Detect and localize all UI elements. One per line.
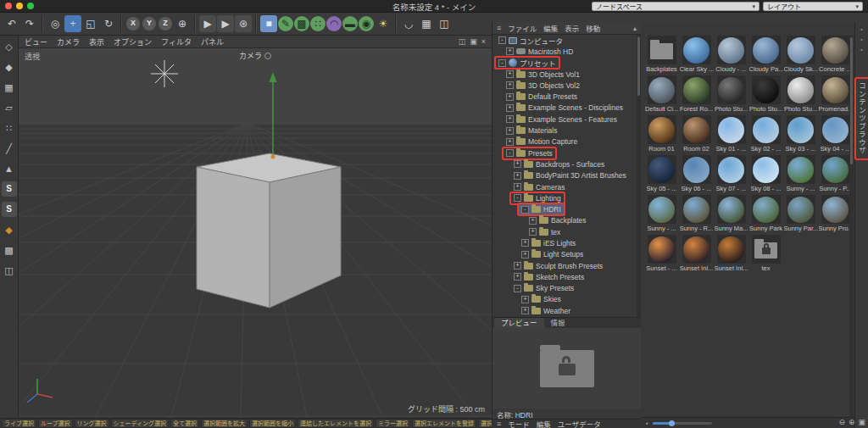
thumbnail-photo-stu[interactable]: Photo Stu... xyxy=(748,75,783,115)
render-picture-viewer-button[interactable]: ▶ xyxy=(217,15,234,32)
tree-item-3d-objects-vol1[interactable]: +3D Objects Vol1 xyxy=(492,69,637,80)
thumbnail-forest-ro[interactable]: Forest Ro... xyxy=(679,75,714,115)
thumbnail-scrollbar[interactable] xyxy=(849,36,854,417)
viewport-menu-jp-2[interactable]: 表示 xyxy=(89,36,104,47)
palette-button-jp-2[interactable]: リング選択 xyxy=(75,419,109,428)
thumbnail-sunny[interactable]: Sunny - ... xyxy=(783,155,818,195)
tree-item-jp-2[interactable]: -プリセット xyxy=(492,58,637,69)
maximize-viewport-icon[interactable]: ▣ xyxy=(470,37,477,46)
thumbnail-sky-08[interactable]: Sky 08 - ... xyxy=(748,155,783,195)
zoom-out-icon[interactable]: ⊖ xyxy=(838,418,845,427)
expander-icon[interactable]: - xyxy=(514,194,521,202)
tree-item-ies-lights[interactable]: +iES Lights xyxy=(492,237,637,248)
bottom-menu-jp-2[interactable]: ユーザデータ xyxy=(558,419,601,428)
thumbnail-sunset-inl[interactable]: Sunset Inl... xyxy=(679,235,714,275)
thumbnail-sky-07[interactable]: Sky 07 - ... xyxy=(714,155,748,195)
layout-windows-button[interactable]: ◫ xyxy=(436,15,453,32)
slider-handle[interactable] xyxy=(669,420,675,426)
snap-settings-button[interactable]: S xyxy=(2,202,17,217)
panel-menu-icon[interactable]: ≡ xyxy=(497,24,501,32)
move-tool-button[interactable]: + xyxy=(64,15,81,32)
panel-menu-icon[interactable]: ≡ xyxy=(497,420,501,428)
thumbnail-sky-06[interactable]: Sky 06 - ... xyxy=(679,155,714,195)
palette-button-jp-6[interactable]: 選択範囲を縮小 xyxy=(249,419,296,428)
tree-item-materials[interactable]: +Materials xyxy=(492,125,637,136)
camera-object-button[interactable]: ◉ xyxy=(359,16,374,31)
palette-button-jp-10[interactable]: 選択エレメ... xyxy=(478,419,492,428)
thumbnail-sunset[interactable]: Sunset - ... xyxy=(644,235,679,275)
workplane-grid-button[interactable]: ▦ xyxy=(418,15,435,32)
node-space-select[interactable]: ノードスペース ▾ xyxy=(592,2,760,11)
palette-button-jp-4[interactable]: 全て選択 xyxy=(170,419,199,428)
viewport-layout-icon[interactable]: ◫ xyxy=(459,37,466,46)
thumbnail-cloudy-sk[interactable]: Cloudy Sk... xyxy=(783,36,818,75)
palette-button-jp-5[interactable]: 選択範囲を拡大 xyxy=(201,419,248,428)
thumbnail-room-01[interactable]: Room 01 xyxy=(644,115,679,155)
tree-item-presets[interactable]: -Presets xyxy=(492,147,637,158)
expander-icon[interactable]: + xyxy=(506,138,514,146)
tree-item-backdrops-surfaces[interactable]: +Backdrops - Surfaces xyxy=(492,158,637,170)
expander-icon[interactable]: + xyxy=(521,239,529,247)
tree-item-lighting[interactable]: -Lighting xyxy=(492,192,637,203)
polygons-mode-button[interactable]: ▲ xyxy=(2,161,17,176)
expander-icon[interactable]: + xyxy=(506,104,514,112)
browser-menu-jp-1[interactable]: 編集 xyxy=(543,23,558,33)
browser-menu-jp-3[interactable]: 移動 xyxy=(586,23,600,33)
bottom-menu-jp-1[interactable]: 編集 xyxy=(537,419,551,428)
light-object-button[interactable]: ☀ xyxy=(375,15,392,32)
tree-item-sketch-presets[interactable]: +Sketch Presets xyxy=(492,271,637,282)
thumbnail-sky-02[interactable]: Sky 02 - ... xyxy=(748,115,783,155)
thumbnail-tex[interactable]: tex xyxy=(748,235,783,275)
expander-icon[interactable]: + xyxy=(529,217,537,225)
thumbnail-sunny-par[interactable]: Sunny Par... xyxy=(783,195,818,235)
layout-select[interactable]: レイアウト ▾ xyxy=(763,2,863,11)
edges-mode-button[interactable]: ╱ xyxy=(2,141,17,156)
model-mode-button[interactable]: ◆ xyxy=(2,59,17,75)
viewport-menu-jp-5[interactable]: パネル xyxy=(201,36,224,47)
subdivision-surface-button[interactable]: ▩ xyxy=(294,16,309,31)
thumbnail-backplates[interactable]: Backplates xyxy=(644,36,679,75)
expander-icon[interactable]: + xyxy=(506,93,514,101)
expander-icon[interactable]: + xyxy=(506,115,514,123)
viewport-menu-jp-1[interactable]: カメラ xyxy=(57,36,80,47)
tree-item-example-scenes-disciplines[interactable]: +Example Scenes - Disciplines xyxy=(492,103,637,114)
thumbnail-sunny-p[interactable]: Sunny - P... xyxy=(818,155,853,195)
expander-icon[interactable]: - xyxy=(498,36,506,44)
dock-tab-content-browser[interactable]: コンテンツブラウザ xyxy=(856,79,868,158)
scrollbar-thumb[interactable] xyxy=(850,37,853,164)
expander-icon[interactable]: + xyxy=(514,273,521,281)
scrollbar-thumb[interactable] xyxy=(637,36,640,96)
thumbnail-cloudy[interactable]: Cloudy - ... xyxy=(714,36,748,75)
tab-jp-1[interactable]: 情報 xyxy=(544,318,572,328)
thumbnail-concrete[interactable]: Concrete ... xyxy=(818,36,853,75)
thumbnail-cloudy-pa[interactable]: Cloudy Pa... xyxy=(748,36,783,75)
thumb-view-options-icon[interactable]: ▪ xyxy=(646,420,648,427)
expander-icon[interactable]: + xyxy=(506,81,514,89)
scale-tool-button[interactable]: ◱ xyxy=(82,15,99,32)
points-mode-button[interactable]: ∷ xyxy=(2,120,17,136)
palette-button-jp-1[interactable]: ループ選択 xyxy=(38,419,73,428)
tree-item-sculpt-brush-presets[interactable]: +Sculpt Brush Presets xyxy=(492,260,637,271)
thumbnail-promenad[interactable]: Promenad... xyxy=(818,75,853,115)
thumbnail-sky-03[interactable]: Sky 03 - ... xyxy=(783,115,818,155)
expander-icon[interactable]: + xyxy=(514,160,521,168)
browser-menu-jp-0[interactable]: ファイル xyxy=(508,23,537,33)
y-axis-lock-button[interactable]: Y xyxy=(142,17,156,31)
thumbnail-clear-sky[interactable]: Clear Sky ... xyxy=(679,36,714,75)
tree-item-sky-presets[interactable]: -Sky Presets xyxy=(492,283,637,294)
texture-paint-button[interactable]: ▩ xyxy=(2,242,17,258)
close-viewport-icon[interactable]: × xyxy=(481,37,486,46)
expander-icon[interactable]: + xyxy=(521,307,529,314)
viewport-menu-jp-3[interactable]: オプション xyxy=(114,36,152,47)
texture-mode-button[interactable]: ▦ xyxy=(2,80,17,95)
thumbnail-sunny-pro[interactable]: Sunny Pro... xyxy=(818,195,853,235)
thumbnail-sunny-r[interactable]: Sunny - R... xyxy=(679,195,714,235)
expander-icon[interactable]: + xyxy=(521,251,529,258)
viewport-canvas[interactable]: 透視 カメラ グリッド間隔 : 500 cm xyxy=(19,48,492,418)
tree-item-bodypaint-3d-artist-brushes[interactable]: +BodyPaint 3D Artist Brushes xyxy=(492,170,637,181)
viewport-menu-jp-0[interactable]: ビュー xyxy=(25,36,47,47)
tree-item-default-presets[interactable]: +Default Presets xyxy=(492,91,637,102)
cube-object[interactable] xyxy=(197,153,341,308)
bend-deformer-button[interactable]: ◠ xyxy=(326,16,342,31)
palette-button-jp-7[interactable]: 連結したエレメントを選択 xyxy=(298,419,374,428)
